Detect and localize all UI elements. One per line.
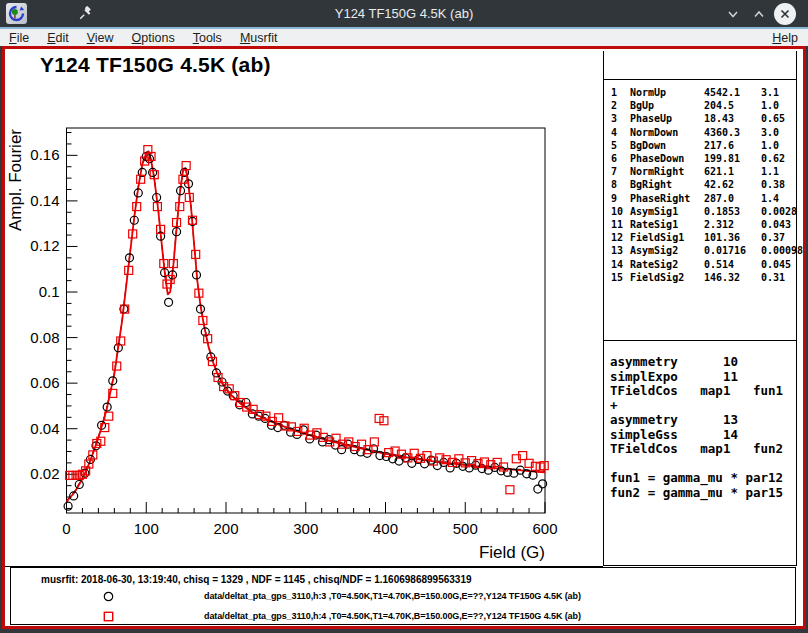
theory-line: TFieldCos map1 fun1 bbox=[610, 384, 796, 399]
svg-text:0.02: 0.02 bbox=[30, 465, 59, 482]
svg-text:400: 400 bbox=[373, 520, 398, 537]
param-row: 7NormRight621.11.1 bbox=[611, 165, 796, 178]
theory-line bbox=[610, 457, 796, 472]
svg-text:0: 0 bbox=[62, 520, 70, 537]
param-row: 6PhaseDown199.810.62 bbox=[611, 152, 796, 165]
fit-parameters-box[interactable]: 1NormUp4542.13.12BgUp204.51.03PhaseUp18.… bbox=[604, 79, 796, 341]
menu-edit[interactable]: Edit bbox=[38, 31, 78, 45]
menu-file[interactable]: File bbox=[0, 31, 38, 45]
param-row: 12FieldSig1101.360.37 bbox=[611, 231, 796, 244]
param-row: 9PhaseRight287.01.4 bbox=[611, 192, 796, 205]
plot-title: Y124 TF150G 4.5K (ab) bbox=[40, 53, 271, 77]
menu-bar: File Edit View Options Tools Musrfit Hel… bbox=[0, 29, 808, 46]
svg-text:0.04: 0.04 bbox=[30, 420, 59, 437]
minimize-button[interactable] bbox=[722, 3, 744, 25]
param-row: 2BgUp204.51.0 bbox=[611, 99, 796, 112]
theory-line: simplExpo 11 bbox=[610, 370, 796, 385]
window-title: Y124 TF150G 4.5K (ab) bbox=[0, 0, 808, 27]
menu-options[interactable]: Options bbox=[123, 31, 184, 45]
param-row: 4NormDown4360.33.0 bbox=[611, 126, 796, 139]
theory-line: fun2 = gamma_mu * par15 bbox=[610, 486, 796, 501]
svg-text:0.06: 0.06 bbox=[30, 374, 59, 391]
legend-label: data/deltat_pta_gps_3110,h:3 ,T0=4.50K,T… bbox=[204, 591, 581, 601]
plot-pad[interactable]: 01002003004005006000.020.040.060.080.10.… bbox=[5, 49, 603, 567]
menu-view[interactable]: View bbox=[78, 31, 123, 45]
circle-marker-icon bbox=[103, 591, 114, 602]
fit-info-line: musrfit: 2018-06-30, 13:19:40, chisq = 1… bbox=[41, 574, 472, 585]
param-row: 3PhaseUp18.430.65 bbox=[611, 112, 796, 125]
svg-text:0.08: 0.08 bbox=[30, 329, 59, 346]
legend-entry-h4: data/deltat_pta_gps_3110,h:4 ,T0=4.50K,T… bbox=[11, 610, 795, 624]
svg-text:Ampl. Fourier: Ampl. Fourier bbox=[6, 129, 25, 231]
theory-line: fun1 = gamma_mu * par12 bbox=[610, 471, 796, 486]
param-row: 11RateSig12.3120.043 bbox=[611, 218, 796, 231]
maximize-button[interactable] bbox=[748, 3, 770, 25]
svg-text:0.1: 0.1 bbox=[39, 283, 60, 300]
theory-box[interactable]: asymmetry 10simplExpo 11TFieldCos map1 f… bbox=[604, 341, 796, 566]
menu-musrfit[interactable]: Musrfit bbox=[231, 31, 287, 45]
square-marker-icon bbox=[103, 611, 114, 622]
theory-line: TFieldCos map1 fun2 bbox=[610, 442, 796, 457]
legend-label: data/deltat_pta_gps_3110,h:4 ,T0=4.50K,T… bbox=[204, 611, 581, 621]
param-row: 15FieldSig2146.320.31 bbox=[611, 271, 796, 284]
svg-text:300: 300 bbox=[293, 520, 318, 537]
stats-column: 1NormUp4542.13.12BgUp204.51.03PhaseUp18.… bbox=[603, 51, 797, 566]
legend-pad[interactable]: musrfit: 2018-06-30, 13:19:40, chisq = 1… bbox=[10, 567, 796, 625]
param-row: 10AsymSig10.18530.0028 bbox=[611, 205, 796, 218]
param-row: 14RateSig20.5140.045 bbox=[611, 258, 796, 271]
theory-line: simpleGss 14 bbox=[610, 428, 796, 443]
close-button[interactable] bbox=[774, 3, 796, 25]
param-row: 1NormUp4542.13.1 bbox=[611, 86, 796, 99]
svg-text:0.12: 0.12 bbox=[30, 237, 59, 254]
svg-text:500: 500 bbox=[453, 520, 478, 537]
svg-text:600: 600 bbox=[532, 520, 557, 537]
param-row: 13AsymSig20.017160.00098 bbox=[611, 244, 796, 257]
param-row: 8BgRight42.620.38 bbox=[611, 178, 796, 191]
theory-line: + bbox=[610, 399, 796, 414]
param-row: 5BgDown217.61.0 bbox=[611, 139, 796, 152]
menu-help[interactable]: Help bbox=[762, 31, 808, 45]
svg-text:0.14: 0.14 bbox=[30, 192, 59, 209]
svg-text:200: 200 bbox=[213, 520, 238, 537]
root-canvas[interactable]: 01002003004005006000.020.040.060.080.10.… bbox=[2, 46, 806, 629]
title-bar: Y124 TF150G 4.5K (ab) bbox=[0, 0, 808, 27]
svg-text:0.16: 0.16 bbox=[30, 146, 59, 163]
svg-text:100: 100 bbox=[134, 520, 159, 537]
theory-line: asymmetry 10 bbox=[610, 355, 796, 370]
svg-text:Field (G): Field (G) bbox=[479, 543, 545, 562]
legend-entry-h3: data/deltat_pta_gps_3110,h:3 ,T0=4.50K,T… bbox=[11, 590, 795, 604]
menu-tools[interactable]: Tools bbox=[184, 31, 231, 45]
theory-line: asymmetry 13 bbox=[610, 413, 796, 428]
fourier-spectrum-plot[interactable]: 01002003004005006000.020.040.060.080.10.… bbox=[5, 49, 603, 566]
